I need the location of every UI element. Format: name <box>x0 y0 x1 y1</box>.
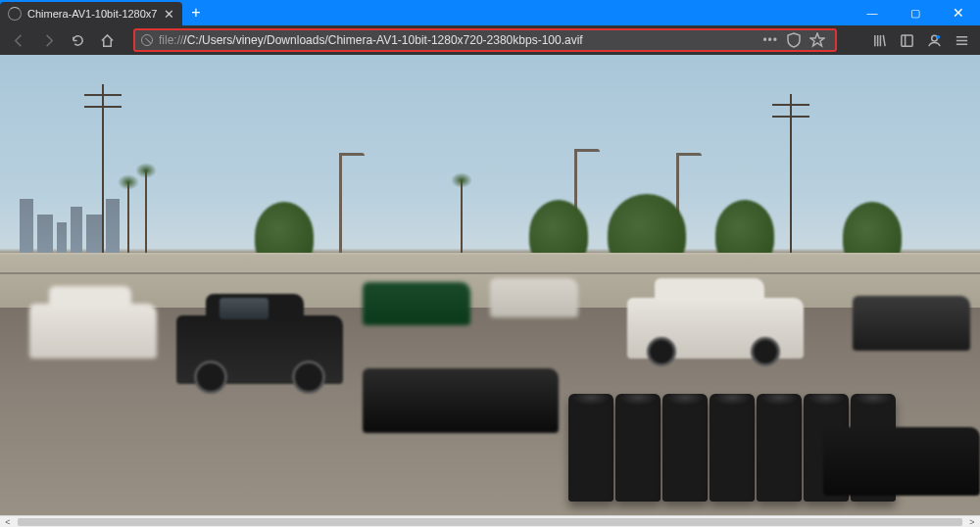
reload-button[interactable] <box>65 27 90 53</box>
maximize-button[interactable]: ▢ <box>894 0 937 25</box>
app-menu-button[interactable] <box>949 27 974 53</box>
account-button[interactable] <box>921 27 947 53</box>
content-viewport <box>0 55 980 515</box>
window-close-button[interactable]: ✕ <box>937 0 980 25</box>
scroll-left-button[interactable]: < <box>2 517 14 527</box>
browser-tab[interactable]: Chimera-AV1-10bit-1280x720-2380 ✕ <box>0 2 182 25</box>
tab-favicon <box>8 7 22 21</box>
home-button[interactable] <box>94 27 120 53</box>
scroll-thumb[interactable] <box>18 518 962 526</box>
url-bar[interactable]: file:///C:/Users/viney/Downloads/Chimera… <box>133 28 837 52</box>
nav-toolbar: file:///C:/Users/viney/Downloads/Chimera… <box>0 25 980 55</box>
toolbar-right-group <box>866 27 974 53</box>
back-button[interactable] <box>6 27 31 53</box>
close-tab-icon[interactable]: ✕ <box>164 8 174 21</box>
tracking-protection-icon[interactable] <box>786 32 802 48</box>
new-tab-button[interactable]: + <box>182 0 210 25</box>
url-text: file:///C:/Users/viney/Downloads/Chimera… <box>159 33 757 47</box>
horizontal-scrollbar[interactable]: < > <box>0 515 980 527</box>
minimize-button[interactable]: — <box>851 0 894 25</box>
svg-rect-0 <box>901 34 911 45</box>
forward-button[interactable] <box>35 27 61 53</box>
title-bar: Chimera-AV1-10bit-1280x720-2380 ✕ + — ▢ … <box>0 0 980 25</box>
tab-title: Chimera-AV1-10bit-1280x720-2380 <box>27 8 158 20</box>
urlbar-right-controls: ••• <box>762 32 829 48</box>
bookmark-star-icon[interactable] <box>809 32 825 48</box>
connection-info-icon[interactable] <box>141 34 153 46</box>
displayed-image <box>0 55 980 515</box>
scroll-right-button[interactable]: > <box>966 517 978 527</box>
titlebar-drag-region[interactable] <box>210 0 851 25</box>
sidebar-button[interactable] <box>894 27 919 53</box>
window-controls: — ▢ ✕ <box>851 0 980 25</box>
page-actions-icon[interactable]: ••• <box>762 33 778 47</box>
library-button[interactable] <box>866 27 892 53</box>
svg-point-2 <box>936 34 940 38</box>
